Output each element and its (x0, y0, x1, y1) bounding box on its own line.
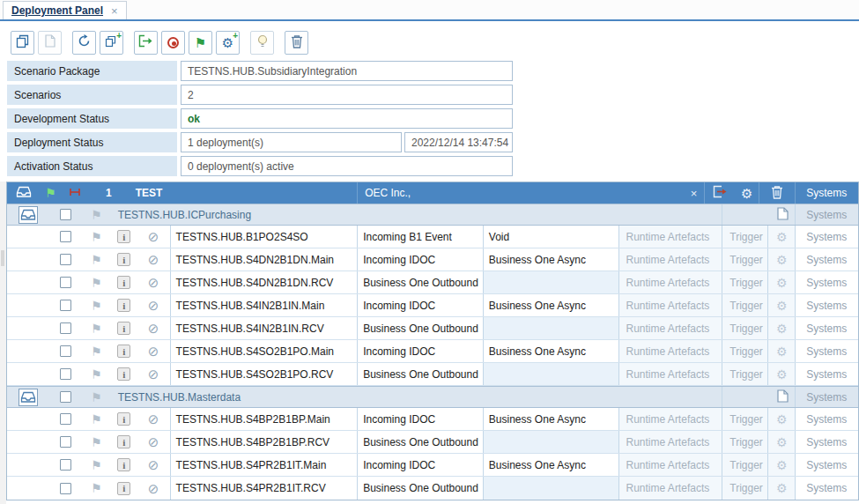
runtime-artefacts-link[interactable]: Runtime Artefacts (618, 294, 722, 316)
deactivate-icon[interactable]: ⊘ (148, 367, 159, 381)
runtime-artefacts-link[interactable]: Runtime Artefacts (618, 317, 722, 339)
trigger-link[interactable]: Trigger (722, 477, 767, 500)
deactivate-icon[interactable]: ⊘ (148, 230, 159, 243)
deactivate-icon[interactable]: ⊘ (148, 458, 159, 471)
record-button[interactable] (161, 31, 185, 55)
runtime-artefacts-link[interactable]: Runtime Artefacts (618, 226, 722, 248)
target-system-header[interactable]: OEC Inc., × (357, 182, 704, 204)
row-checkbox[interactable] (60, 483, 71, 494)
systems-link[interactable]: Systems (795, 408, 858, 430)
deployment-timestamp-field[interactable]: 2022/12/14 13:47:54 (404, 132, 513, 152)
scenario-icon[interactable] (19, 206, 38, 224)
systems-link[interactable]: Systems (795, 248, 858, 271)
trigger-link[interactable]: Trigger (722, 454, 767, 476)
info-icon[interactable]: i (117, 482, 130, 495)
deactivate-icon[interactable]: ⊘ (148, 253, 159, 266)
marker-icon[interactable] (69, 187, 81, 199)
systems-link[interactable]: Systems (795, 454, 858, 476)
info-icon[interactable]: i (117, 435, 130, 448)
activation-status-field[interactable]: 0 deployment(s) active (181, 156, 513, 176)
info-icon[interactable]: i (117, 230, 130, 243)
systems-link[interactable]: Systems (795, 431, 858, 453)
scenario-package-field[interactable]: TESTNS.HUB.SubsidiaryIntegration (181, 61, 513, 81)
trigger-link[interactable]: Trigger (722, 408, 767, 430)
row-checkbox[interactable] (60, 254, 71, 265)
row-checkbox[interactable] (60, 368, 71, 380)
systems-link[interactable]: Systems (795, 317, 858, 339)
deactivate-icon[interactable]: ⊘ (148, 482, 159, 495)
systems-header-link[interactable]: Systems (795, 182, 858, 204)
row-checkbox[interactable] (60, 322, 71, 334)
systems-link[interactable]: Systems (795, 226, 858, 248)
flag-icon[interactable]: ⚑ (45, 187, 56, 199)
close-icon[interactable]: × (111, 5, 118, 17)
systems-link[interactable]: Systems (795, 340, 858, 362)
runtime-artefacts-link[interactable]: Runtime Artefacts (618, 271, 722, 293)
runtime-artefacts-link[interactable]: Runtime Artefacts (618, 248, 722, 271)
runtime-artefacts-link[interactable]: Runtime Artefacts (618, 363, 722, 385)
deactivate-icon[interactable]: ⊘ (148, 299, 159, 312)
flag-button[interactable]: ⚑ (189, 31, 212, 55)
info-icon[interactable]: i (117, 412, 130, 426)
info-icon[interactable]: i (117, 299, 130, 312)
row-checkbox[interactable] (60, 436, 71, 448)
copy-button[interactable] (11, 31, 34, 55)
runtime-artefacts-link[interactable]: Runtime Artefacts (618, 431, 722, 453)
runtime-artefacts-link[interactable]: Runtime Artefacts (618, 408, 722, 430)
row-checkbox[interactable] (60, 345, 71, 357)
row-checkbox[interactable] (60, 231, 71, 242)
deploy-icon[interactable] (712, 185, 729, 201)
splitter-handle[interactable] (1, 250, 4, 266)
trigger-link[interactable]: Trigger (722, 340, 767, 362)
deactivate-icon[interactable]: ⊘ (148, 322, 159, 335)
tab-deployment-panel[interactable]: Deployment Panel × (3, 1, 127, 19)
row-checkbox[interactable] (60, 459, 71, 471)
trigger-link[interactable]: Trigger (722, 431, 767, 453)
splitter-strip[interactable] (0, 182, 6, 504)
row-checkbox[interactable] (60, 413, 71, 425)
runtime-artefacts-link[interactable]: Runtime Artefacts (618, 477, 722, 500)
scenario-tray-icon[interactable] (16, 185, 32, 201)
deactivate-icon[interactable]: ⊘ (148, 276, 159, 289)
deactivate-icon[interactable]: ⊘ (148, 345, 159, 358)
process-settings-button[interactable]: ⚙ + (216, 31, 240, 55)
systems-link[interactable]: Systems (795, 271, 858, 293)
gear-icon[interactable]: ⚙ (741, 187, 752, 200)
info-icon[interactable]: i (117, 253, 130, 266)
document-icon[interactable] (777, 389, 789, 405)
trigger-link[interactable]: Trigger (722, 317, 767, 339)
close-icon[interactable]: × (691, 187, 698, 200)
deactivate-icon[interactable]: ⊘ (148, 435, 159, 448)
systems-link[interactable]: Systems (795, 477, 858, 500)
trigger-link[interactable]: Trigger (722, 363, 767, 385)
trigger-link[interactable]: Trigger (722, 294, 767, 316)
trigger-link[interactable]: Trigger (722, 226, 767, 248)
info-icon[interactable]: i (117, 367, 130, 381)
refresh-button[interactable] (72, 31, 96, 55)
group-checkbox[interactable] (60, 209, 71, 220)
runtime-artefacts-link[interactable]: Runtime Artefacts (618, 340, 722, 362)
delete-button[interactable] (285, 31, 308, 55)
export-button[interactable] (134, 31, 158, 55)
group-systems-link[interactable]: Systems (795, 387, 858, 407)
info-icon[interactable]: i (117, 276, 130, 289)
runtime-artefacts-link[interactable]: Runtime Artefacts (618, 454, 722, 476)
development-status-field[interactable]: ok (181, 108, 513, 129)
trash-icon[interactable] (771, 185, 783, 202)
systems-link[interactable]: Systems (795, 294, 858, 316)
row-checkbox[interactable] (60, 277, 71, 288)
info-icon[interactable]: i (117, 458, 130, 471)
trigger-link[interactable]: Trigger (722, 248, 767, 271)
scenario-package-header[interactable]: TEST (129, 182, 357, 204)
group-systems-link[interactable]: Systems (795, 204, 858, 225)
deployment-status-field[interactable]: 1 deployment(s) (181, 132, 402, 152)
info-icon[interactable]: i (117, 322, 130, 335)
systems-link[interactable]: Systems (795, 363, 858, 385)
scenarios-field[interactable]: 2 (181, 85, 513, 105)
deactivate-icon[interactable]: ⊘ (148, 412, 159, 426)
trigger-link[interactable]: Trigger (722, 271, 767, 293)
document-icon[interactable] (777, 207, 789, 223)
refresh-add-button[interactable]: + (100, 31, 123, 55)
scenario-icon[interactable] (19, 389, 38, 406)
row-checkbox[interactable] (60, 300, 71, 311)
